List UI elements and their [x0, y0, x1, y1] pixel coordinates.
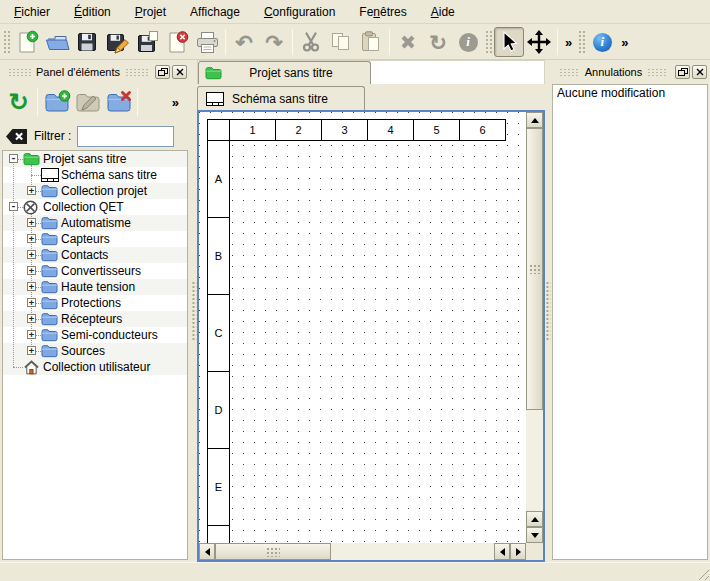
toolbar-handle[interactable]	[485, 30, 492, 54]
scroll-up-button-bottom[interactable]	[526, 511, 543, 527]
expand-icon[interactable]: +	[27, 250, 36, 259]
toolbar-overflow-button[interactable]: »	[172, 95, 179, 110]
scroll-right-button[interactable]	[510, 543, 526, 560]
float-dock-button[interactable]	[675, 65, 690, 79]
save-all-button[interactable]	[132, 27, 162, 57]
expand-icon[interactable]: +	[27, 234, 36, 243]
paste-button[interactable]	[356, 27, 386, 57]
expand-icon[interactable]: +	[27, 346, 36, 355]
row-ruler-cell: D	[207, 371, 230, 449]
tree-item-collection-qet[interactable]: -Collection QET	[3, 199, 187, 215]
tree-item-collection-utilisateur[interactable]: Collection utilisateur	[3, 359, 187, 375]
info-blue-icon: i	[593, 33, 612, 52]
tree-item-label: Capteurs	[61, 232, 110, 246]
info-gray-icon: i	[459, 33, 478, 52]
menu-item-projet[interactable]: Projet	[123, 1, 178, 23]
tree-item-label: Contacts	[61, 248, 108, 262]
tree-item-label: Haute tension	[61, 280, 135, 294]
tree-item-label: Récepteurs	[61, 312, 122, 326]
close-document-button[interactable]	[162, 27, 192, 57]
expand-icon[interactable]: +	[27, 298, 36, 307]
move-tool-button[interactable]	[524, 27, 554, 57]
horizontal-scroll-track[interactable]	[215, 543, 494, 560]
toolbar-overflow-button[interactable]: »	[561, 35, 576, 50]
element-info-button[interactable]: i	[453, 27, 483, 57]
rotate-button[interactable]: ↻	[423, 27, 453, 57]
delete-button[interactable]	[393, 27, 423, 57]
folder-icon	[41, 248, 58, 262]
close-dock-button[interactable]	[692, 65, 707, 79]
expand-icon[interactable]: +	[27, 266, 36, 275]
select-tool-button[interactable]	[494, 27, 524, 57]
folder-icon	[41, 264, 58, 278]
left-splitter[interactable]	[190, 60, 197, 562]
row-ruler-cell: E	[207, 448, 230, 526]
schema-canvas[interactable]: 123456 ABCDE	[199, 112, 526, 543]
save-button[interactable]	[72, 27, 102, 57]
row-ruler-cell-partial	[207, 525, 230, 543]
menu-item-fichier[interactable]: Fichier	[2, 1, 62, 23]
horizontal-scroll-thumb[interactable]	[215, 543, 331, 560]
delete-category-button[interactable]	[103, 87, 134, 118]
toolbar-handle[interactable]	[578, 30, 585, 54]
reload-collections-button[interactable]: ↻	[3, 87, 34, 118]
menu-item-affichage[interactable]: Affichage	[178, 1, 252, 23]
status-bar	[0, 562, 710, 581]
toolbar-handle[interactable]	[3, 30, 10, 54]
vertical-scroll-track[interactable]	[526, 128, 543, 511]
scroll-up-button[interactable]	[526, 112, 543, 128]
menu-item-configuration[interactable]: Configuration	[252, 1, 347, 23]
open-button[interactable]	[42, 27, 72, 57]
menu-item-aide[interactable]: Aide	[419, 1, 467, 23]
expand-icon[interactable]: +	[27, 330, 36, 339]
resize-grip[interactable]	[696, 567, 709, 580]
expand-icon[interactable]: +	[27, 186, 36, 195]
close-dock-button[interactable]	[172, 65, 187, 79]
dock-grip-texture	[559, 68, 580, 77]
clear-filter-icon[interactable]	[5, 128, 28, 145]
dock-grip-texture	[125, 68, 148, 77]
folder-icon	[41, 184, 58, 198]
save-all-icon	[135, 30, 160, 55]
menu-bar: FichierÉditionProjetAffichageConfigurati…	[0, 0, 710, 24]
tab-schema-sans-titre[interactable]: Schéma sans titre	[197, 86, 365, 110]
row-ruler-cell: A	[207, 140, 230, 218]
collapse-icon[interactable]: -	[9, 154, 18, 163]
tree-item-label: Convertisseurs	[61, 264, 141, 278]
tree-item-label: Schéma sans titre	[61, 168, 157, 182]
about-qet-button[interactable]: i	[587, 27, 617, 57]
new-document-button[interactable]	[12, 27, 42, 57]
new-category-button[interactable]	[41, 87, 72, 118]
folder-open-icon	[44, 30, 70, 54]
schema-tab-bar: Schéma sans titre	[197, 84, 545, 110]
float-dock-button[interactable]	[155, 65, 170, 79]
undo-history-item[interactable]: Aucune modification	[553, 85, 707, 101]
collapse-icon[interactable]: -	[9, 202, 18, 211]
toolbar-overflow-button[interactable]: »	[617, 35, 632, 50]
tab-projet-sans-titre[interactable]: Projet sans titre	[198, 61, 371, 84]
scroll-left-button-right[interactable]	[494, 543, 510, 560]
undo-button[interactable]: ↶	[229, 27, 259, 57]
print-button[interactable]	[192, 27, 222, 57]
filter-input[interactable]	[77, 126, 174, 147]
project-tab-bar: Projet sans titre	[197, 60, 545, 84]
edit-category-button[interactable]	[72, 87, 103, 118]
tree-item-collection-projet[interactable]: +Collection projet	[3, 183, 187, 199]
expand-icon[interactable]: +	[27, 314, 36, 323]
menu-item-fenetres[interactable]: Fenêtres	[347, 1, 418, 23]
copy-button[interactable]	[326, 27, 356, 57]
save-as-button[interactable]	[102, 27, 132, 57]
expand-icon[interactable]: +	[27, 218, 36, 227]
menu-item-edition[interactable]: Édition	[62, 1, 123, 23]
row-ruler-cell: B	[207, 217, 230, 295]
vertical-scroll-thumb[interactable]	[526, 128, 543, 410]
scroll-down-button[interactable]	[526, 527, 543, 543]
tree-item-projet-sans-titre[interactable]: -Projet sans titre	[3, 151, 187, 167]
folder-icon	[41, 312, 58, 326]
tree-item-sources[interactable]: +Sources	[3, 343, 187, 359]
undo-history-list: Aucune modification	[552, 84, 708, 560]
expand-icon[interactable]: +	[27, 282, 36, 291]
redo-button[interactable]: ↷	[259, 27, 289, 57]
scroll-left-button[interactable]	[199, 543, 215, 560]
cut-button[interactable]	[296, 27, 326, 57]
